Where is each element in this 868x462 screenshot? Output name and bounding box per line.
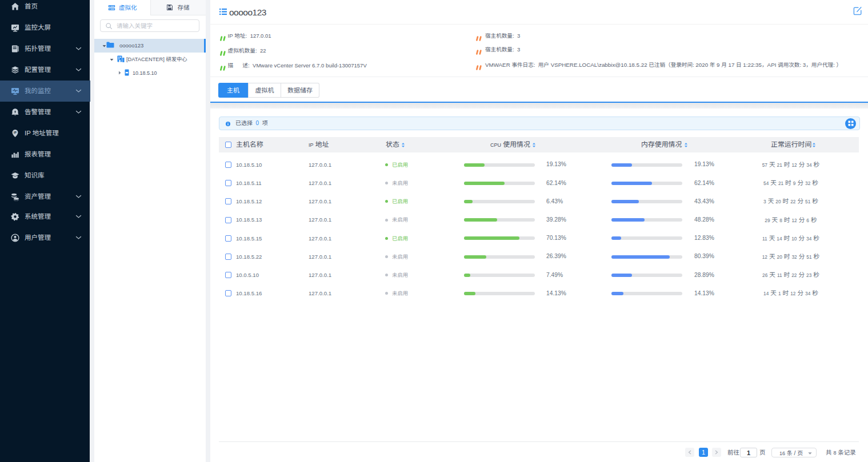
- svg-text:IP: IP: [14, 131, 17, 134]
